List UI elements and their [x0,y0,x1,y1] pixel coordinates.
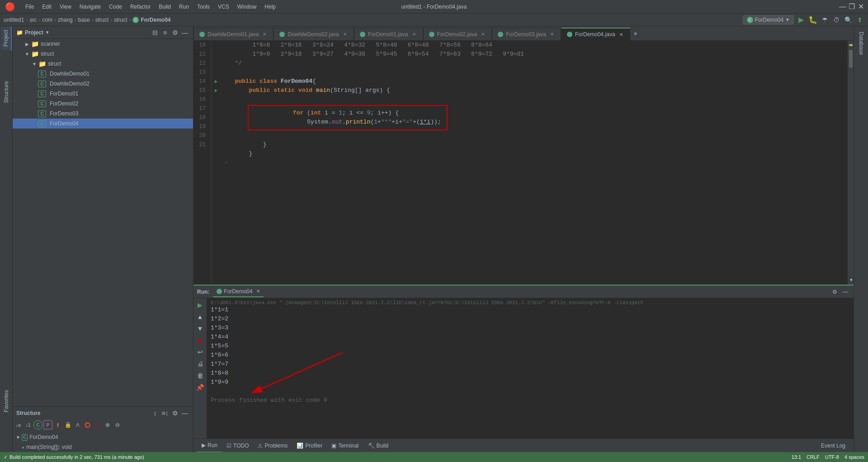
breadcrumb-item-5[interactable]: struct [95,17,108,23]
run-tab-fordemo04[interactable]: ForDemo04 ✕ [213,286,263,297]
menu-edit[interactable]: Edit [38,3,55,11]
struct-btn-toggle-2[interactable]: Λ [73,420,82,429]
run-panel-settings[interactable]: ⚙ [830,287,839,296]
gutter-14-run[interactable]: ▶ [212,77,221,86]
tree-item-fordemo03[interactable]: C ForDemo03 [13,109,193,119]
bottom-tab-todo[interactable]: ☑ TODO [222,439,253,452]
run-output[interactable]: E:\JDK1.8\bin\java.exe "-javaagent:D:\In… [207,298,854,438]
tab-close-dowhiledemo01[interactable]: ✕ [261,31,268,38]
run-scroll-up-btn[interactable]: ▲ [195,312,205,322]
line-separator[interactable]: CRLF [807,454,820,460]
structure-sort-type[interactable]: ≡↕ [160,409,170,418]
run-play-btn[interactable]: ▶ [195,300,205,310]
hide-panel-button[interactable]: — [180,28,189,37]
tab-close-fordemo03[interactable]: ✕ [549,31,555,38]
structure-settings[interactable]: ⚙ [170,409,179,418]
event-log-button[interactable]: Event Log [816,439,850,452]
tab-close-fordemo01[interactable]: ✕ [411,31,417,38]
minimize-button[interactable]: — [839,3,846,10]
bottom-tab-build[interactable]: 🔨 Build [363,439,393,452]
breadcrumb-item-6[interactable]: struct [114,17,127,23]
struct-btn-show-fields[interactable]: P [43,420,52,429]
tree-item-struct-inner[interactable]: ▼ 📁 struct [13,59,193,69]
menu-code[interactable]: Code [105,3,126,11]
struct-btn-toggle-4[interactable]: λ [93,420,102,429]
tree-item-fordemo02[interactable]: C ForDemo02 [13,99,193,109]
run-print-btn[interactable]: 🖨 [195,359,205,369]
bottom-tab-problems[interactable]: ⚠ Problems [253,439,292,452]
settings-button[interactable]: ⚙ [170,28,179,37]
bottom-tab-profiler[interactable]: 📊 Profiler [292,439,327,452]
breadcrumb-item-4[interactable]: base [78,17,90,23]
close-button[interactable]: ✕ [857,3,864,10]
structure-method-item[interactable]: ● main(String[]): void [13,442,193,452]
menu-build[interactable]: Build [155,3,175,11]
project-dropdown-icon[interactable]: ▼ [45,30,50,35]
scroll-thumb[interactable] [849,50,853,68]
structure-class-item[interactable]: ▼ C ForDemo04 [13,432,193,442]
bottom-tab-terminal[interactable]: ▣ Terminal [327,439,363,452]
cursor-position[interactable]: 13:1 [792,454,801,460]
struct-btn-show-classes[interactable]: C [33,420,42,429]
tree-item-scanner[interactable]: ▶ 📁 scanner [13,39,193,49]
menu-window[interactable]: Window [234,3,260,11]
breadcrumb-item-3[interactable]: zhang [58,17,73,23]
debug-button[interactable]: 🐛 [808,15,817,24]
run-tab-close[interactable]: ✕ [256,289,260,294]
tab-fordemo03[interactable]: ForDemo03.java ✕ [492,28,561,40]
sidebar-tab-structure[interactable]: Structure [1,77,11,107]
tree-item-fordemo04[interactable]: C ForDemo04 [13,119,193,129]
struct-btn-toggle-1[interactable]: 🔒 [63,420,72,429]
code-editor[interactable]: 10 11 12 13 14 15 16 17 18 19 20 21 ▶ ▶ [193,41,854,285]
menu-view[interactable]: View [56,3,75,11]
struct-btn-toggle-3[interactable]: ⭕ [83,420,92,429]
encoding-indicator[interactable]: UTF-8 [825,454,839,460]
right-sidebar-db-label[interactable]: Database [856,28,866,58]
tab-overflow-button[interactable]: ▼ [630,28,641,40]
tree-item-dowhile02[interactable]: C DowhileDemo02 [13,79,193,89]
run-panel-close[interactable]: — [841,287,850,296]
run-scroll-down-btn[interactable]: ▼ [195,324,205,333]
breadcrumb-item-2[interactable]: com [42,17,52,23]
breadcrumb-item-1[interactable]: src [29,17,37,23]
scroll-up-arrow[interactable]: ▲ [850,43,853,48]
editor-scrollbar[interactable]: ▼ ▲ [847,41,854,285]
tab-fordemo02[interactable]: ForDemo02.java ✕ [423,28,492,40]
struct-btn-collapse[interactable]: ⊖ [113,420,122,429]
indent-indicator[interactable]: 4 spaces [844,454,864,460]
profile-button[interactable]: ⏱ [832,15,841,24]
menu-run[interactable]: Run [175,3,193,11]
sidebar-tab-project[interactable]: Project [1,26,12,50]
sidebar-tab-favorites[interactable]: Favorites [1,386,11,416]
update-button[interactable]: ⬆ [855,15,864,24]
struct-btn-sort-num[interactable]: ↓1 [24,420,33,429]
run-pin-btn[interactable]: 📌 [195,382,205,392]
tree-item-fordemo01[interactable]: C ForDemo01 [13,89,193,99]
run-button[interactable]: ▶ [797,15,806,24]
breadcrumb-item-7[interactable]: ForDemo04 [141,17,170,23]
tab-dowhiledemo02[interactable]: DowhileDemo02.java ✕ [274,28,354,40]
menu-navigate[interactable]: Navigate [76,3,104,11]
tree-item-dowhile01[interactable]: C DowhileDemo01 [13,69,193,79]
menu-file[interactable]: File [22,3,38,11]
app-icon[interactable]: 🔴 [4,0,16,13]
structure-sort-az[interactable]: ↕ [151,409,160,418]
run-stop-btn[interactable]: ■ [195,335,205,345]
scroll-down-arrow[interactable]: ▼ [850,278,853,283]
collapse-all-button[interactable]: ⊟ [151,28,160,37]
struct-btn-sort-alpha[interactable]: ↓a [14,420,23,429]
structure-close[interactable]: — [180,409,189,418]
run-delete-btn[interactable]: 🗑 [195,371,205,381]
menu-tools[interactable]: Tools [193,3,213,11]
menu-refactor[interactable]: Refactor [127,3,154,11]
menu-vcs[interactable]: VCS [214,3,233,11]
search-button[interactable]: 🔍 [844,15,853,24]
tab-fordemo01[interactable]: ForDemo01.java ✕ [354,28,423,40]
tab-dowhiledemo01[interactable]: DowhileDemo01.java ✕ [193,28,274,40]
tab-close-dowhiledemo02[interactable]: ✕ [342,31,348,38]
tab-close-fordemo04[interactable]: ✕ [618,31,624,38]
gutter-15-run[interactable]: ▶ [212,86,221,95]
run-configuration[interactable]: C ForDemo04 ▼ [743,15,794,24]
tree-item-struct-outer[interactable]: ▼ 📁 struct [13,49,193,59]
tab-fordemo04[interactable]: ForDemo04.java ✕ [561,28,630,40]
